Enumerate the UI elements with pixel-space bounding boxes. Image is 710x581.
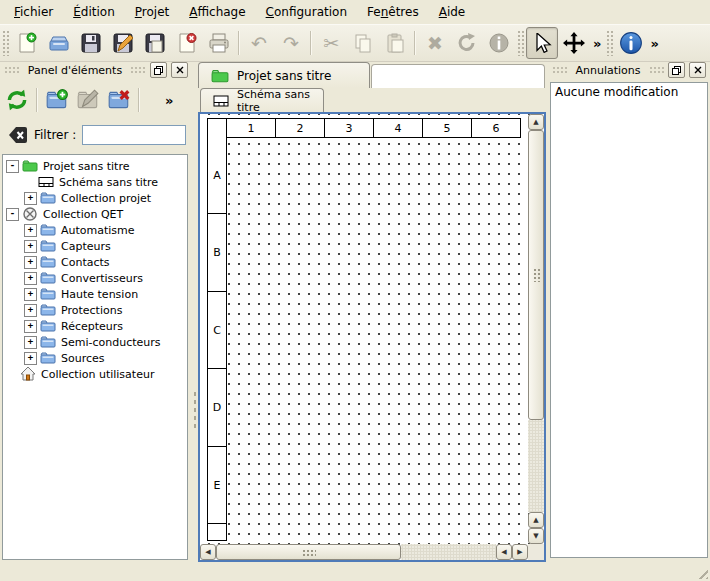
menu-fenetres[interactable]: Fenêtres bbox=[359, 3, 427, 21]
column-header: 3 bbox=[324, 118, 374, 138]
elements-panel-titlebar[interactable]: Panel d'éléments bbox=[2, 60, 190, 80]
delete-button[interactable]: ✖ bbox=[419, 27, 451, 59]
save-button[interactable] bbox=[75, 27, 107, 59]
tree-item-sources[interactable]: Sources bbox=[3, 350, 187, 366]
expander-icon[interactable] bbox=[24, 192, 37, 205]
scroll-left-icon[interactable]: ◀ bbox=[496, 544, 512, 560]
toolbar-grip[interactable] bbox=[517, 30, 524, 56]
toolbar-grip[interactable] bbox=[606, 30, 613, 56]
tree-item-recepteurs[interactable]: Récepteurs bbox=[3, 318, 187, 334]
vertical-scrollbar[interactable]: ▲ ▲ ▼ bbox=[528, 114, 544, 544]
undo-panel-titlebar[interactable]: Annulations bbox=[550, 60, 708, 80]
new-document-button[interactable] bbox=[11, 27, 43, 59]
horizontal-scrollbar[interactable]: ◀ ◀ ▶ bbox=[200, 544, 528, 560]
expander-icon[interactable] bbox=[6, 160, 19, 173]
toolbar-overflow-button[interactable]: » bbox=[647, 36, 661, 51]
clear-filter-icon[interactable] bbox=[8, 126, 28, 144]
expander-icon[interactable] bbox=[24, 304, 37, 317]
expander-icon[interactable] bbox=[24, 240, 37, 253]
float-dock-button[interactable] bbox=[668, 62, 685, 78]
tree-item-automatisme[interactable]: Automatisme bbox=[3, 222, 187, 238]
menu-projet[interactable]: Projet bbox=[127, 3, 177, 21]
scroll-down-icon[interactable]: ▼ bbox=[528, 528, 544, 544]
tree-item-collection-projet[interactable]: Collection projet bbox=[3, 190, 187, 206]
menu-fichier[interactable]: Fichier bbox=[6, 3, 61, 21]
diagram-view[interactable]: 1 2 3 4 5 6 A B C D E ▲ ▲ ▼ bbox=[198, 112, 546, 562]
tree-item-capteurs[interactable]: Capteurs bbox=[3, 238, 187, 254]
delete-category-button[interactable] bbox=[104, 85, 134, 115]
tree-item-schema[interactable]: Schéma sans titre bbox=[3, 174, 187, 190]
dock-grip bbox=[4, 66, 20, 74]
vertical-scrollbar-track[interactable] bbox=[528, 420, 544, 512]
workspace: Projet sans titre Schéma sans titre 1 2 … bbox=[198, 60, 546, 562]
expander-icon[interactable] bbox=[24, 224, 37, 237]
diagram-info-button[interactable] bbox=[615, 27, 647, 59]
select-mode-button[interactable] bbox=[526, 27, 558, 59]
save-icon bbox=[80, 32, 102, 54]
print-button[interactable] bbox=[203, 27, 235, 59]
horizontal-scrollbar-thumb[interactable] bbox=[216, 544, 401, 560]
redo-button[interactable]: ↷ bbox=[275, 27, 307, 59]
expander-icon[interactable] bbox=[24, 256, 37, 269]
scroll-up-icon[interactable]: ▲ bbox=[528, 512, 544, 528]
move-mode-button[interactable] bbox=[558, 27, 590, 59]
menu-edition[interactable]: Édition bbox=[65, 3, 123, 21]
info-icon bbox=[619, 31, 643, 55]
new-category-button[interactable] bbox=[42, 85, 72, 115]
close-dock-button[interactable] bbox=[171, 62, 188, 78]
menu-configuration[interactable]: Configuration bbox=[258, 3, 355, 21]
folder-icon bbox=[40, 254, 56, 270]
horizontal-scrollbar-track[interactable] bbox=[401, 544, 496, 560]
filter-row: Filtrer : bbox=[2, 118, 190, 152]
close-file-button[interactable] bbox=[171, 27, 203, 59]
tab-project[interactable]: Projet sans titre bbox=[198, 62, 370, 88]
tree-item-haute-tension[interactable]: Haute tension bbox=[3, 286, 187, 302]
rotate-button[interactable] bbox=[451, 27, 483, 59]
filter-input[interactable] bbox=[82, 125, 186, 145]
tab-project-label: Projet sans titre bbox=[237, 69, 331, 83]
toolbar-grip[interactable] bbox=[2, 30, 9, 56]
tree-item-label: Convertisseurs bbox=[61, 272, 143, 285]
toolbar-overflow-button[interactable]: » bbox=[590, 36, 604, 51]
reload-collections-button[interactable] bbox=[2, 85, 32, 115]
scroll-up-icon[interactable]: ▲ bbox=[528, 114, 544, 130]
tree-item-contacts[interactable]: Contacts bbox=[3, 254, 187, 270]
save-as-button[interactable] bbox=[107, 27, 139, 59]
tree-item-projet[interactable]: Projet sans titre bbox=[3, 158, 187, 174]
float-dock-button[interactable] bbox=[150, 62, 167, 78]
cut-button[interactable]: ✂ bbox=[315, 27, 347, 59]
elements-panel-dock: Panel d'éléments » Filtrer : Projet sans… bbox=[2, 60, 190, 560]
project-folder-icon bbox=[211, 68, 229, 83]
open-project-button[interactable] bbox=[43, 27, 75, 59]
diagram-canvas[interactable]: 1 2 3 4 5 6 A B C D E ▲ ▲ ▼ bbox=[200, 114, 544, 560]
menu-aide[interactable]: Aide bbox=[431, 3, 474, 21]
folder-icon bbox=[40, 238, 56, 254]
undo-history-list[interactable]: Aucune modification bbox=[550, 82, 708, 558]
cursor-arrow-icon bbox=[532, 33, 552, 53]
tree-item-semi-conducteurs[interactable]: Semi-conducteurs bbox=[3, 334, 187, 350]
resize-grip-icon[interactable] bbox=[695, 566, 708, 579]
copy-button[interactable] bbox=[347, 27, 379, 59]
tree-item-collection-utilisateur[interactable]: Collection utilisateur bbox=[3, 366, 187, 382]
tree-item-protections[interactable]: Protections bbox=[3, 302, 187, 318]
vertical-scrollbar-thumb[interactable] bbox=[528, 130, 544, 420]
edit-category-button[interactable] bbox=[73, 85, 103, 115]
scroll-right-icon[interactable]: ▶ bbox=[512, 544, 528, 560]
undo-button[interactable]: ↶ bbox=[243, 27, 275, 59]
tree-item-convertisseurs[interactable]: Convertisseurs bbox=[3, 270, 187, 286]
paste-button[interactable] bbox=[379, 27, 411, 59]
expander-icon[interactable] bbox=[24, 272, 37, 285]
element-info-button[interactable] bbox=[483, 27, 515, 59]
expander-icon[interactable] bbox=[6, 208, 19, 221]
tab-schema[interactable]: Schéma sans titre bbox=[200, 88, 324, 112]
scroll-left-icon[interactable]: ◀ bbox=[200, 544, 216, 560]
expander-icon[interactable] bbox=[24, 288, 37, 301]
tree-item-collection-qet[interactable]: Collection QET bbox=[3, 206, 187, 222]
expander-icon[interactable] bbox=[24, 352, 37, 365]
menu-affichage[interactable]: Affichage bbox=[181, 3, 253, 21]
save-all-button[interactable] bbox=[139, 27, 171, 59]
close-dock-button[interactable] bbox=[689, 62, 706, 78]
expander-icon[interactable] bbox=[24, 336, 37, 349]
expander-icon[interactable] bbox=[24, 320, 37, 333]
panel-toolbar-overflow-button[interactable]: » bbox=[162, 93, 176, 108]
